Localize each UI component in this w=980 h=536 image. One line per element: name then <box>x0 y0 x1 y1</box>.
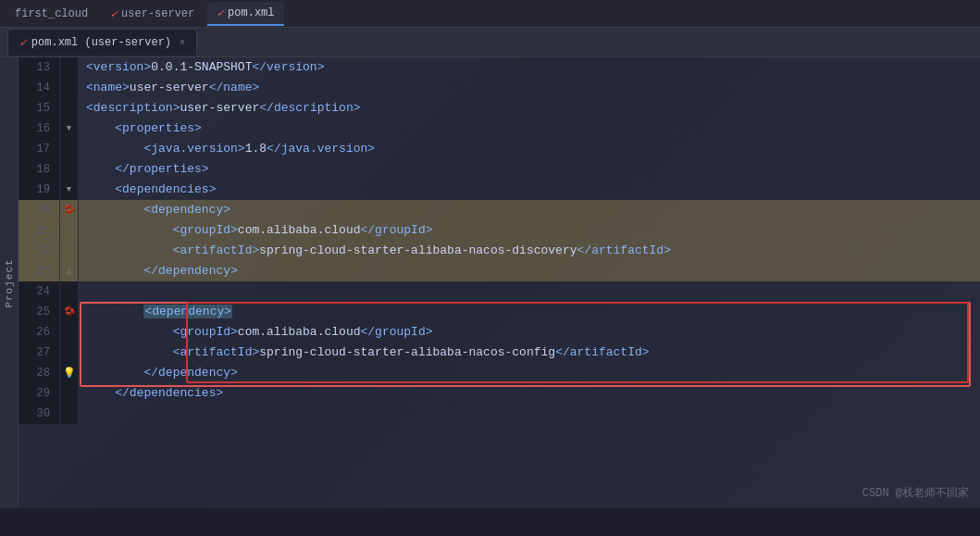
gutter-16: ▼ <box>60 118 79 139</box>
line-num-20: 20 <box>19 200 60 220</box>
line-content-30 <box>79 404 980 424</box>
line-num-23: 23 <box>19 261 60 281</box>
collapse-icon-16[interactable]: ▼ <box>67 118 71 139</box>
line-num-29: 29 <box>19 383 60 404</box>
line-25: 25 🫘 <dependency> <box>19 302 980 322</box>
line-17: 17 <java.version>1.8</java.version> <box>19 139 980 159</box>
line-content-25: <dependency> <box>79 302 980 322</box>
line-content-22: <artifactId>spring-cloud-starter-alibaba… <box>79 241 980 261</box>
line-content-28: </dependency> <box>79 363 980 383</box>
gutter-23: △ <box>60 261 79 281</box>
gutter-20: 🫘 <box>60 200 79 220</box>
line-num-22: 22 <box>19 241 60 261</box>
tab-pom-xml[interactable]: ✓ pom.xml <box>207 2 283 26</box>
gutter-21 <box>60 220 79 241</box>
collapse-icon-19[interactable]: ▼ <box>67 180 71 200</box>
line-content-24 <box>79 281 980 302</box>
line-content-18: </properties> <box>79 159 980 180</box>
line-num-27: 27 <box>19 343 60 363</box>
file-tab-pom[interactable]: ✓ pom.xml (user-server) × <box>7 29 197 56</box>
line-num-16: 16 <box>19 118 60 139</box>
watermark: CSDN @栈老师不回家 <box>862 485 969 501</box>
line-23: 23 △ </dependency> <box>19 261 980 281</box>
line-num-15: 15 <box>19 98 60 118</box>
line-27: 27 <artifactId>spring-cloud-starter-alib… <box>19 343 980 363</box>
line-16: 16 ▼ <properties> <box>19 118 980 139</box>
gutter-29 <box>60 383 79 404</box>
line-content-14: <name>user-server</name> <box>79 78 980 98</box>
line-num-14: 14 <box>19 78 60 98</box>
line-content-20: <dependency> <box>79 200 980 220</box>
gutter-13 <box>60 57 79 78</box>
line-28: 28 💡 </dependency> <box>19 363 980 383</box>
maven-icon-pom: ✓ <box>217 6 224 20</box>
file-tab-bar: ✓ pom.xml (user-server) × <box>0 28 980 57</box>
first-cloud-label: first_cloud <box>15 7 88 20</box>
line-num-18: 18 <box>19 159 60 180</box>
line-content-17: <java.version>1.8</java.version> <box>79 139 980 159</box>
line-29: 29 </dependencies> <box>19 383 980 404</box>
line-content-26: <groupId>com.alibaba.cloud</groupId> <box>79 322 980 343</box>
maven-icon-user-server: ✓ <box>110 6 118 21</box>
line-20: 20 🫘 <dependency> <box>19 200 980 220</box>
gutter-14 <box>60 78 79 98</box>
editor-area[interactable]: 13 <version>0.0.1-SNAPSHOT</version> 14 … <box>19 57 980 508</box>
line-content-19: <dependencies> <box>79 180 980 200</box>
code-content: 13 <version>0.0.1-SNAPSHOT</version> 14 … <box>19 57 980 424</box>
line-num-28: 28 <box>19 363 60 383</box>
top-tab-bar: first_cloud ✓ user-server ✓ pom.xml <box>0 0 980 28</box>
bulb-icon-28[interactable]: 💡 <box>63 363 76 383</box>
line-content-13: <version>0.0.1-SNAPSHOT</version> <box>79 57 980 78</box>
line-19: 19 ▼ <dependencies> <box>19 180 980 200</box>
gutter-28: 💡 <box>60 363 79 383</box>
gutter-30 <box>60 404 79 424</box>
line-num-24: 24 <box>19 281 60 302</box>
line-num-30: 30 <box>19 404 60 424</box>
line-content-29: </dependencies> <box>79 383 980 404</box>
bean-icon-20: 🫘 <box>64 200 75 220</box>
line-num-25: 25 <box>19 302 60 322</box>
file-tab-label: pom.xml (user-server) <box>31 36 171 49</box>
line-content-23: </dependency> <box>79 261 980 281</box>
line-18: 18 </properties> <box>19 159 980 180</box>
line-26: 26 <groupId>com.alibaba.cloud</groupId> <box>19 322 980 343</box>
line-content-16: <properties> <box>79 118 980 139</box>
main-layout: Project 13 <version>0.0.1-SNAPSHOT</vers… <box>0 57 980 508</box>
tab-first-cloud[interactable]: first_cloud <box>6 4 97 24</box>
line-num-26: 26 <box>19 322 60 343</box>
gutter-18 <box>60 159 79 180</box>
line-30: 30 <box>19 404 980 424</box>
line-content-21: <groupId>com.alibaba.cloud</groupId> <box>79 220 980 241</box>
side-panel: Project <box>0 57 19 508</box>
line-21: 21 <groupId>com.alibaba.cloud</groupId> <box>19 220 980 241</box>
gutter-25: 🫘 <box>60 302 79 322</box>
line-15: 15 <description>user-server</description… <box>19 98 980 118</box>
file-tab-maven-icon: ✓ <box>19 35 27 50</box>
gutter-27 <box>60 343 79 363</box>
file-tab-close[interactable]: × <box>180 38 185 48</box>
gutter-17 <box>60 139 79 159</box>
line-22: 22 <artifactId>spring-cloud-starter-alib… <box>19 241 980 261</box>
line-24: 24 <box>19 281 980 302</box>
line-14: 14 <name>user-server</name> <box>19 78 980 98</box>
gutter-19: ▼ <box>60 180 79 200</box>
gutter-24 <box>60 281 79 302</box>
collapse-icon-23[interactable]: △ <box>67 261 71 281</box>
gutter-15 <box>60 98 79 118</box>
line-13: 13 <version>0.0.1-SNAPSHOT</version> <box>19 57 980 78</box>
gutter-26 <box>60 322 79 343</box>
user-server-label: user-server <box>121 7 194 20</box>
line-num-17: 17 <box>19 139 60 159</box>
line-content-27: <artifactId>spring-cloud-starter-alibaba… <box>79 343 980 363</box>
line-num-13: 13 <box>19 57 60 78</box>
line-content-15: <description>user-server</description> <box>79 98 980 118</box>
line-num-21: 21 <box>19 220 60 241</box>
side-panel-label: Project <box>4 258 15 307</box>
tab-user-server[interactable]: ✓ user-server <box>101 3 204 25</box>
bean-icon-25: 🫘 <box>64 302 75 322</box>
pom-xml-label: pom.xml <box>228 6 274 19</box>
line-num-19: 19 <box>19 180 60 200</box>
gutter-22 <box>60 241 79 261</box>
